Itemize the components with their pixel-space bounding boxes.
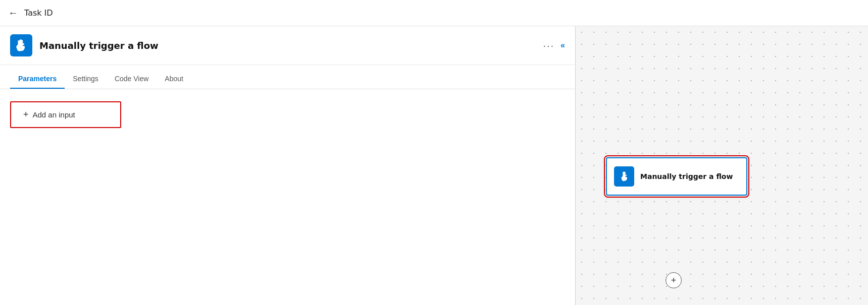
more-options-button[interactable]: ··· — [543, 40, 554, 50]
panel-header-title: Manually trigger a flow — [39, 40, 543, 51]
add-input-label: Add an input — [33, 110, 75, 119]
top-bar: ← Task ID — [0, 0, 868, 26]
plus-icon: + — [23, 109, 29, 120]
page-title: Task ID — [24, 8, 53, 18]
tab-about[interactable]: About — [157, 69, 191, 89]
flow-canvas: Manually trigger a flow + — [576, 26, 868, 305]
left-panel: Manually trigger a flow ··· « Parameters… — [0, 26, 576, 305]
add-input-button[interactable]: + Add an input — [10, 101, 121, 128]
flow-card-hand-icon — [619, 171, 630, 182]
panel-content: + Add an input — [0, 89, 575, 305]
flow-card[interactable]: Manually trigger a flow — [606, 157, 747, 196]
tab-settings[interactable]: Settings — [65, 69, 107, 89]
header-actions: ··· « — [543, 40, 565, 50]
tab-codeview[interactable]: Code View — [107, 69, 157, 89]
trigger-icon-badge — [10, 34, 32, 56]
collapse-button[interactable]: « — [560, 41, 565, 50]
tabs-bar: Parameters Settings Code View About — [0, 65, 575, 89]
flow-card-title: Manually trigger a flow — [640, 172, 733, 181]
add-step-button[interactable]: + — [666, 272, 682, 288]
hand-pointer-icon — [15, 39, 28, 52]
main-layout: Manually trigger a flow ··· « Parameters… — [0, 26, 868, 305]
tab-parameters[interactable]: Parameters — [10, 69, 65, 89]
flow-card-icon — [614, 166, 634, 187]
back-button[interactable]: ← — [8, 7, 18, 19]
panel-header: Manually trigger a flow ··· « — [0, 26, 575, 65]
